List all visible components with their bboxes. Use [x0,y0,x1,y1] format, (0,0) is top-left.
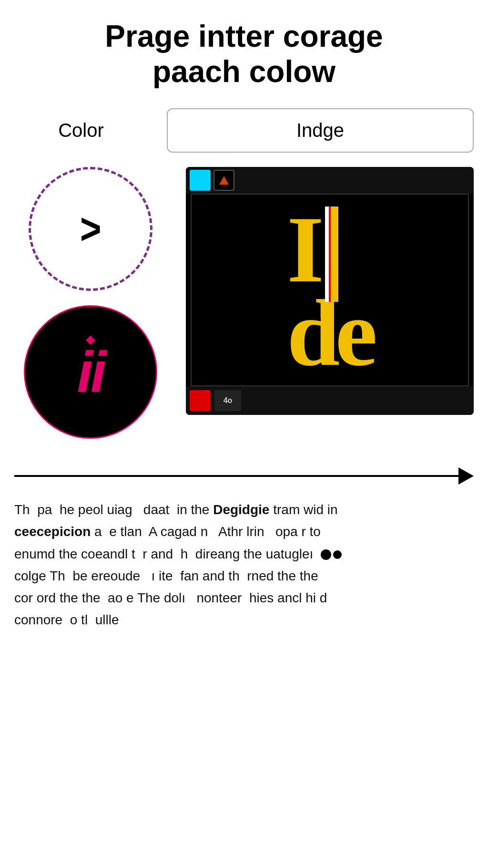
editor-canvas: I de [191,194,469,386]
body-line3: enumd the coeandl t r and h direang the … [14,543,474,565]
body-line1: Th pa he peol uiag daat in the Degidgie … [14,499,474,521]
icons-row: > ii I [14,167,474,439]
label-button[interactable]: 4o [214,390,241,411]
dot-medium [333,550,342,559]
body-text: Th pa he peol uiag daat in the Degidgie … [14,499,474,631]
left-icons-column: > ii [14,167,167,439]
arrow-row [14,467,474,485]
main-title: Prage intter corage paach colow [14,19,474,89]
triangle-icon [219,176,229,185]
arrow-head-icon [458,467,474,485]
page-container: Prage intter corage paach colow Color In… [0,0,488,868]
dot-large [321,549,331,560]
ii-circle[interactable]: ii [24,305,157,439]
arrow-left-cap [14,475,19,477]
editor-toolbar [186,167,474,194]
stripe-white [325,207,329,302]
body-line5: cor ord the the ao e The dolı nonteer hi… [14,587,474,609]
title-line2: paach colow [152,54,336,89]
editor-panel: I de 4o [186,167,474,415]
color-label: Color [14,120,148,141]
editor-bottom-bar: 4o [186,386,474,415]
title-section: Prage intter corage paach colow [14,19,474,89]
letter-de: de [287,292,373,373]
body-line4: colge Th be ereoude ı ite fan and th rne… [14,565,474,587]
chevron-right-icon: > [80,207,102,250]
ii-text: ii [77,343,104,401]
title-line1: Prage intter corage [105,19,383,53]
arrow-line [19,475,458,477]
ide-text-container: I de [287,207,373,373]
label-box-row: Color Indge [14,108,474,153]
red-button[interactable] [190,390,211,411]
body-line2: ceecepicion a e tlan A cagad n Athr lrin… [14,521,474,543]
indge-box[interactable]: Indge [167,108,474,153]
dashed-circle[interactable]: > [29,167,152,291]
stripe-overlay [325,207,338,302]
body-line6: connore o tl ullle [14,609,474,631]
stripe-yellow [331,207,338,302]
cyan-tool-button[interactable] [190,170,211,191]
triangle-tool-button[interactable] [214,170,234,191]
